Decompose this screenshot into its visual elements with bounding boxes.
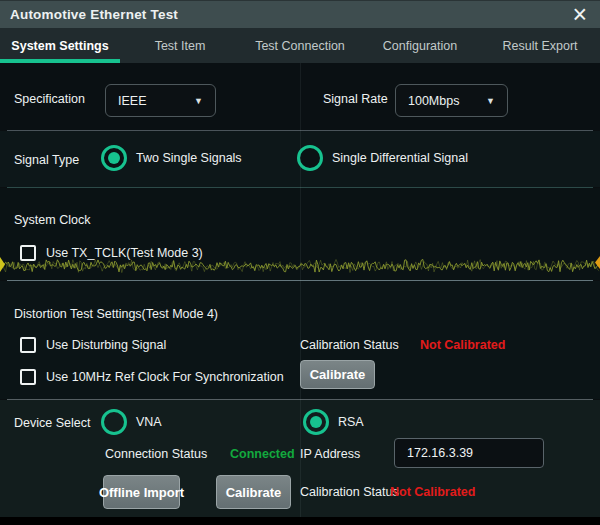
checkbox-icon [20,369,36,385]
radio-ring [297,145,323,171]
calibration-status-value: Not Calibrated [390,485,475,499]
radio-label: RSA [338,415,364,429]
tab-label: Result Export [502,39,577,53]
section-distortion-test: Distortion Test Settings(Test Mode 4) Us… [0,281,600,399]
radio-single-differential-signal[interactable]: Single Differential Signal [297,145,468,171]
tab-test-connection[interactable]: Test Connection [240,28,360,63]
offline-import-button[interactable]: Offline Import [103,475,180,509]
section-device-select: Device Select VNA RSA Connection Status … [0,400,600,517]
tab-system-settings[interactable]: System Settings [0,28,120,63]
close-icon[interactable]: × [572,0,587,29]
tab-configuration[interactable]: Configuration [360,28,480,63]
tab-label: Test Item [155,39,206,53]
checkbox-icon [20,337,36,353]
chevron-down-icon: ▼ [486,96,495,106]
calibration-status-value: Not Calibrated [420,338,505,352]
connection-status-label: Connection Status [105,447,207,461]
radio-label: Single Differential Signal [332,151,468,165]
radio-two-single-signals[interactable]: Two Single Signals [101,145,242,171]
checkbox-label: Use 10MHz Ref Clock For Synchronization [46,370,284,384]
radio-label: Two Single Signals [136,151,242,165]
dialog-title: Automotive Ethernet Test [10,7,178,22]
signal-rate-dropdown[interactable]: 100Mbps ▼ [395,84,508,117]
section-specification: Specification IEEE ▼ Signal Rate 100Mbps… [0,63,600,130]
section-system-clock: System Clock Use TX_TCLK(Test Mode 3) [0,188,600,280]
chevron-down-icon: ▼ [194,96,203,106]
calibrate-button[interactable]: Calibrate [300,360,375,389]
checkbox-use-tx-tclk[interactable]: Use TX_TCLK(Test Mode 3) [20,244,203,262]
radio-vna[interactable]: VNA [101,409,162,435]
specification-label: Specification [14,92,85,106]
dialog-titlebar: Automotive Ethernet Test × [0,0,600,28]
screen-background [0,517,600,525]
system-clock-title: System Clock [14,213,90,227]
calibration-status-label: Calibration Status [300,338,399,352]
checkbox-icon [20,245,36,261]
tab-test-item[interactable]: Test Item [120,28,240,63]
ip-address-label: IP Address [300,447,360,461]
signal-rate-value: 100Mbps [408,94,459,108]
tab-label: Test Connection [255,39,345,53]
automotive-ethernet-test-dialog: Automotive Ethernet Test × System Settin… [0,0,600,517]
specification-value: IEEE [118,94,147,108]
tab-label: System Settings [11,39,108,53]
radio-ring [101,409,127,435]
device-select-label: Device Select [14,416,90,430]
checkbox-label: Use TX_TCLK(Test Mode 3) [46,246,203,260]
signal-type-label: Signal Type [14,153,79,167]
ip-address-input[interactable] [394,438,544,468]
radio-ring [101,145,127,171]
checkbox-label: Use Disturbing Signal [46,338,166,352]
radio-label: VNA [136,415,162,429]
specification-dropdown[interactable]: IEEE ▼ [105,84,216,117]
distortion-title: Distortion Test Settings(Test Mode 4) [14,307,218,321]
calibrate-button[interactable]: Calibrate [216,475,291,509]
radio-rsa[interactable]: RSA [303,409,364,435]
tab-result-export[interactable]: Result Export [480,28,600,63]
section-signal-type: Signal Type Two Single Signals Single Di… [0,131,600,187]
signal-rate-label: Signal Rate [323,92,388,106]
tab-label: Configuration [383,39,457,53]
tab-bar: System Settings Test Item Test Connectio… [0,28,600,63]
radio-ring [303,409,329,435]
calibration-status-label: Calibration Status [300,485,399,499]
radio-dot [310,416,322,428]
checkbox-use-disturbing-signal[interactable]: Use Disturbing Signal [20,336,166,354]
radio-dot [108,152,120,164]
checkbox-use-10mhz-ref-clock[interactable]: Use 10MHz Ref Clock For Synchronization [20,368,284,386]
connection-status-value: Connected [230,447,295,461]
